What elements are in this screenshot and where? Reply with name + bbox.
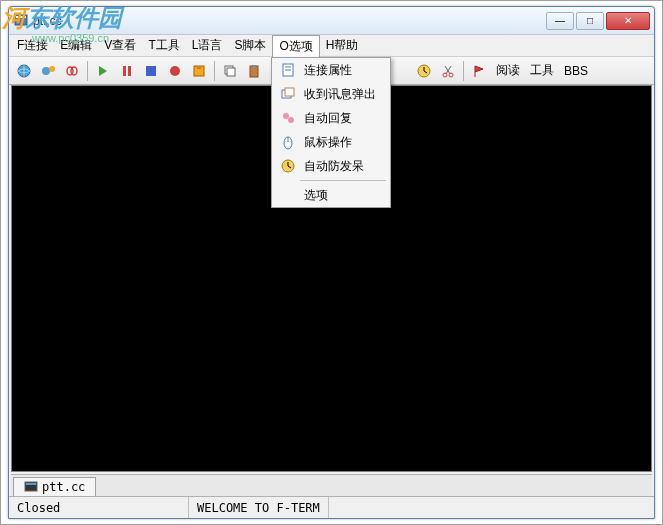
tool-copy-icon[interactable] [219,60,241,82]
tool-link-icon[interactable] [61,60,83,82]
document-icon [276,60,300,80]
svg-point-27 [283,113,289,119]
minimize-button[interactable]: — [546,12,574,30]
dropdown-connection-properties[interactable]: 连接属性 [272,58,390,82]
svg-rect-33 [26,483,36,485]
maximize-button[interactable]: □ [576,12,604,30]
tool-world-icon[interactable] [13,60,35,82]
toolbar-separator [214,61,215,81]
tool-clock-icon[interactable] [413,60,435,82]
tool-paste-icon[interactable] [243,60,265,82]
menu-connect[interactable]: F连接 [11,35,54,56]
tool-pause-icon[interactable] [116,60,138,82]
svg-rect-1 [16,16,26,18]
clock-icon [276,156,300,176]
popup-icon [276,84,300,104]
options-dropdown: 连接属性 收到讯息弹出 自动回复 鼠标操作 自动防发呆 选项 [271,57,391,208]
close-button[interactable]: ✕ [606,12,650,30]
terminal-icon [24,480,38,494]
menu-tools[interactable]: T工具 [142,35,185,56]
tab-label: ptt.cc [42,480,85,494]
menu-options[interactable]: O选项 [272,35,319,57]
svg-rect-16 [252,65,256,68]
dropdown-anti-idle[interactable]: 自动防发呆 [272,154,390,178]
dropdown-label: 选项 [300,187,386,204]
tool-read[interactable]: 阅读 [492,62,524,79]
tool-connect-icon[interactable] [37,60,59,82]
application-window: ptt.cc — □ ✕ F连接 E编辑 V查看 T工具 L语言 S脚本 O选项… [8,6,655,519]
tab-bar: ptt.cc [11,474,652,496]
toolbar-separator [463,61,464,81]
titlebar[interactable]: ptt.cc — □ ✕ [9,7,654,35]
menu-help[interactable]: H帮助 [320,35,365,56]
svg-point-10 [170,66,180,76]
statusbar: Closed WELCOME TO F-TERM [9,496,654,518]
tool-bbs[interactable]: BBS [560,64,592,78]
dropdown-label: 自动回复 [300,110,386,127]
dropdown-auto-reply[interactable]: 自动回复 [272,106,390,130]
tool-stop-icon[interactable] [140,60,162,82]
menu-language[interactable]: L语言 [186,35,229,56]
window-title: ptt.cc [33,14,546,28]
app-icon [13,13,29,29]
tool-flag-icon[interactable] [468,60,490,82]
svg-rect-7 [123,66,126,76]
blank-icon [276,185,300,205]
dropdown-separator [300,180,386,181]
svg-point-6 [71,67,77,75]
svg-point-28 [288,117,294,123]
menu-edit[interactable]: E编辑 [54,35,98,56]
status-message: WELCOME TO F-TERM [189,497,329,518]
dropdown-label: 连接属性 [300,62,386,79]
dropdown-mouse-operation[interactable]: 鼠标操作 [272,130,390,154]
tool-play-icon[interactable] [92,60,114,82]
dropdown-label: 收到讯息弹出 [300,86,386,103]
dropdown-options[interactable]: 选项 [272,183,390,207]
dropdown-popup-message[interactable]: 收到讯息弹出 [272,82,390,106]
menu-script[interactable]: S脚本 [228,35,272,56]
mouse-icon [276,132,300,152]
menubar: F连接 E编辑 V查看 T工具 L语言 S脚本 O选项 H帮助 [9,35,654,57]
svg-point-3 [42,67,50,75]
dropdown-label: 自动防发呆 [300,158,386,175]
tool-cut-icon[interactable] [437,60,459,82]
toolbar-separator [87,61,88,81]
svg-rect-14 [227,68,235,76]
connection-tab[interactable]: ptt.cc [13,477,96,496]
dropdown-label: 鼠标操作 [300,134,386,151]
chat-icon [276,108,300,128]
tool-tools[interactable]: 工具 [526,62,558,79]
svg-rect-8 [128,66,131,76]
tool-book-icon[interactable] [188,60,210,82]
tool-record-icon[interactable] [164,60,186,82]
svg-rect-26 [285,88,294,96]
svg-point-4 [49,66,55,72]
menu-view[interactable]: V查看 [98,35,142,56]
svg-rect-9 [146,66,156,76]
status-connection: Closed [9,497,189,518]
